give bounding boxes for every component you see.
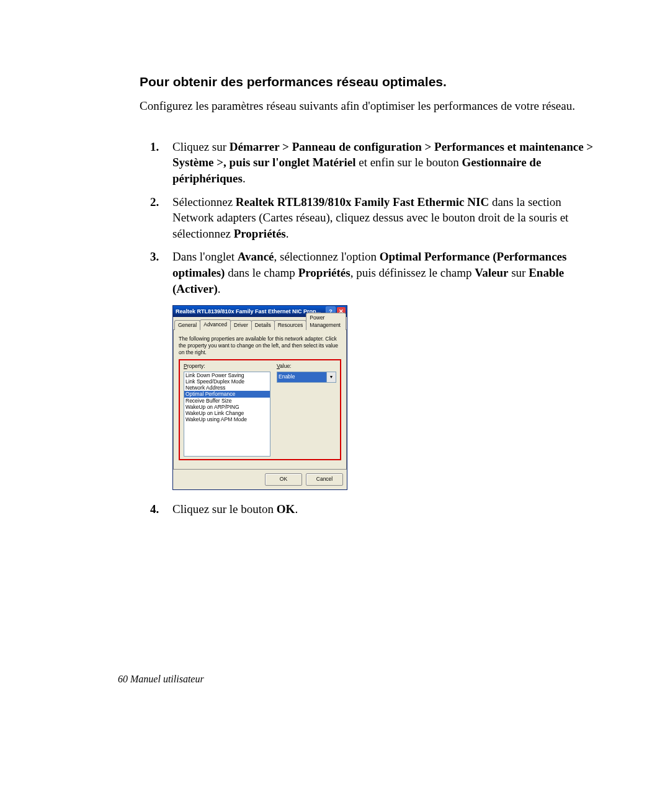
document-page: Pour obtenir des performances réseau opt… bbox=[0, 0, 670, 517]
list-item[interactable]: WakeUp on Link Change bbox=[184, 410, 270, 416]
chevron-down-icon[interactable]: ▼ bbox=[326, 372, 336, 382]
text-bold: Valeur bbox=[475, 266, 508, 279]
section-heading: Pour obtenir des performances réseau opt… bbox=[140, 74, 605, 89]
instruction-text: The following properties are available f… bbox=[179, 336, 341, 355]
tab-driver[interactable]: Driver bbox=[230, 320, 252, 330]
text: sur bbox=[508, 266, 529, 279]
cancel-button[interactable]: Cancel bbox=[306, 473, 343, 486]
text: . bbox=[243, 172, 246, 185]
text: Sélectionnez bbox=[172, 195, 236, 208]
property-label: Property: bbox=[184, 363, 270, 370]
tab-advanced[interactable]: Advanced bbox=[200, 319, 231, 330]
ok-button[interactable]: OK bbox=[265, 473, 302, 486]
property-column: Property: Link Down Power Saving Link Sp… bbox=[184, 363, 270, 456]
list-item[interactable]: Receive Buffer Size bbox=[184, 398, 270, 404]
tab-resources[interactable]: Resources bbox=[274, 320, 307, 330]
text-bold: Propriétés bbox=[234, 227, 286, 240]
step-4: Cliquez sur le bouton OK. bbox=[172, 501, 605, 517]
page-footer: 60 Manuel utilisateur bbox=[118, 674, 204, 685]
text-bold: Propriétés bbox=[298, 266, 351, 279]
text: . bbox=[286, 227, 289, 240]
properties-dialog: Realtek RTL8139/810x Family Fast Etherne… bbox=[172, 305, 347, 489]
step-2: Sélectionnez Realtek RTL8139/810x Family… bbox=[172, 194, 605, 242]
text: dans le champ bbox=[225, 266, 298, 279]
property-listbox[interactable]: Link Down Power Saving Link Speed/Duplex… bbox=[184, 372, 270, 457]
list-item[interactable]: Link Speed/Duplex Mode bbox=[184, 378, 270, 385]
value-label: Value: bbox=[277, 363, 336, 370]
text: et enfin sur le bouton bbox=[355, 156, 462, 169]
steps-list: Cliquez sur Démarrer > Panneau de config… bbox=[140, 139, 605, 517]
text: Cliquez sur bbox=[172, 140, 230, 153]
text: Dans l'onglet bbox=[172, 250, 238, 263]
tab-power-management[interactable]: Power Management bbox=[306, 313, 346, 330]
text-bold: Realtek RTL8139/810x Family Fast Ethermi… bbox=[236, 195, 489, 208]
dropdown-selected: Enable bbox=[277, 372, 326, 382]
list-item[interactable]: WakeUp using APM Mode bbox=[184, 416, 270, 422]
intro-paragraph: Configurez les paramètres réseau suivant… bbox=[140, 98, 605, 114]
list-item-selected[interactable]: Optimal Performance bbox=[184, 391, 270, 397]
text: , puis définissez le champ bbox=[351, 266, 475, 279]
list-item[interactable]: Link Down Power Saving bbox=[184, 372, 270, 378]
tab-panel-advanced: The following properties are available f… bbox=[173, 329, 347, 469]
text: . bbox=[295, 502, 298, 515]
text: Cliquez sur le bouton bbox=[172, 502, 277, 515]
text: , sélectionnez l'option bbox=[274, 250, 380, 263]
label-rest: roperty: bbox=[187, 363, 205, 369]
dialog-buttons: OK Cancel bbox=[173, 470, 347, 489]
list-item[interactable]: WakeUp on ARP/PING bbox=[184, 404, 270, 410]
step-1: Cliquez sur Démarrer > Panneau de config… bbox=[172, 139, 605, 187]
tab-details[interactable]: Details bbox=[251, 320, 275, 330]
text: . bbox=[218, 282, 221, 295]
tab-general[interactable]: General bbox=[174, 320, 200, 330]
list-item[interactable]: Network Address bbox=[184, 385, 270, 391]
step-3: Dans l'onglet Avancé, sélectionnez l'opt… bbox=[172, 249, 605, 489]
highlighted-region: Property: Link Down Power Saving Link Sp… bbox=[179, 359, 341, 460]
window-title: Realtek RTL8139/810x Family Fast Etherne… bbox=[176, 308, 324, 315]
value-column: Value: Enable ▼ bbox=[277, 363, 336, 456]
tab-strip: General Advanced Driver Details Resource… bbox=[173, 319, 347, 330]
dialog-screenshot: Realtek RTL8139/810x Family Fast Etherne… bbox=[172, 305, 605, 489]
text-bold: OK bbox=[277, 502, 295, 515]
label-rest: alue: bbox=[280, 363, 291, 369]
value-dropdown[interactable]: Enable ▼ bbox=[277, 372, 336, 383]
text-bold: Avancé bbox=[238, 250, 274, 263]
